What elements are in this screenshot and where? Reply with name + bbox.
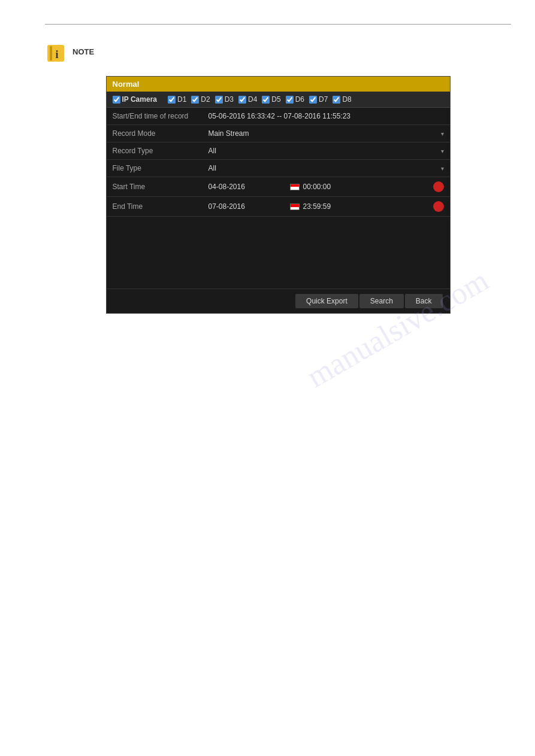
end-time-record-btn[interactable] [433, 201, 444, 212]
start-end-time-value: 05-06-2016 16:33:42 -- 07-08-2016 11:55:… [208, 112, 444, 120]
start-time-time[interactable]: 00:00:00 [303, 183, 433, 191]
svg-text:i: i [55, 48, 58, 60]
dvr-empty-area [107, 217, 450, 289]
end-time-label: End Time [113, 202, 208, 211]
dvr-title-bar: Normal [107, 77, 450, 92]
search-button[interactable]: Search [359, 294, 404, 308]
back-button[interactable]: Back [405, 294, 443, 308]
page-container: manualsive.com i NOTE Normal IP Camera D… [0, 0, 535, 756]
d6-checkbox[interactable] [286, 96, 294, 104]
d5-checkbox-label[interactable]: D5 [262, 95, 280, 104]
record-type-arrow: ▾ [441, 148, 444, 154]
end-time-time[interactable]: 23:59:59 [303, 202, 433, 211]
ip-camera-label: IP Camera [122, 95, 157, 104]
d8-checkbox-label[interactable]: D8 [333, 95, 351, 104]
file-type-select[interactable]: All ▾ [208, 164, 444, 172]
file-type-arrow: ▾ [441, 165, 444, 172]
start-time-record-btn[interactable] [433, 181, 444, 192]
start-end-time-label: Start/End time of record [113, 112, 208, 120]
record-mode-row: Record Mode Main Stream ▾ [107, 125, 450, 142]
start-time-flag [290, 184, 300, 190]
record-type-label: Record Type [113, 147, 208, 155]
svg-rect-1 [50, 46, 52, 60]
d4-checkbox[interactable] [238, 96, 246, 104]
d8-checkbox[interactable] [333, 96, 340, 104]
d1-label: D1 [177, 95, 186, 104]
d7-label: D7 [319, 95, 328, 104]
note-icon: i [45, 42, 67, 64]
d6-label: D6 [295, 95, 304, 104]
start-time-row: Start Time 04-08-2016 00:00:00 [107, 177, 450, 197]
d3-checkbox[interactable] [215, 96, 223, 104]
d6-checkbox-label[interactable]: D6 [286, 95, 304, 104]
record-mode-value: Main Stream [208, 129, 249, 138]
d4-checkbox-label[interactable]: D4 [238, 95, 257, 104]
record-type-row: Record Type All ▾ [107, 142, 450, 160]
note-section: i NOTE [45, 42, 511, 64]
end-time-row: End Time 07-08-2016 23:59:59 [107, 197, 450, 217]
d7-checkbox-label[interactable]: D7 [309, 95, 328, 104]
d5-label: D5 [271, 95, 280, 104]
d1-checkbox-label[interactable]: D1 [168, 95, 186, 104]
ip-camera-checkbox[interactable] [113, 96, 120, 104]
start-time-date[interactable]: 04-08-2016 [208, 183, 286, 191]
start-time-label: Start Time [113, 183, 208, 191]
d2-checkbox[interactable] [191, 96, 199, 104]
dvr-footer: Quick Export Search Back [107, 289, 450, 313]
end-time-date[interactable]: 07-08-2016 [208, 202, 286, 211]
record-type-select[interactable]: All ▾ [208, 147, 444, 155]
d2-checkbox-label[interactable]: D2 [191, 95, 210, 104]
d7-checkbox[interactable] [309, 96, 317, 104]
file-type-label: File Type [113, 164, 208, 172]
d2-label: D2 [201, 95, 210, 104]
top-divider [45, 24, 511, 25]
note-label: NOTE [72, 42, 94, 56]
dvr-panel: Normal IP Camera D1 D2 D3 D4 [106, 76, 451, 314]
file-type-value: All [208, 164, 216, 172]
d5-checkbox[interactable] [262, 96, 270, 104]
d1-checkbox[interactable] [168, 96, 176, 104]
ip-camera-checkbox-label[interactable]: IP Camera [113, 95, 163, 104]
end-time-flag [290, 204, 300, 210]
d3-label: D3 [225, 95, 234, 104]
quick-export-button[interactable]: Quick Export [295, 294, 358, 308]
d8-label: D8 [342, 95, 351, 104]
record-mode-label: Record Mode [113, 129, 208, 138]
start-end-time-row: Start/End time of record 05-06-2016 16:3… [107, 108, 450, 125]
camera-row: IP Camera D1 D2 D3 D4 D5 [107, 92, 450, 108]
record-mode-select[interactable]: Main Stream ▾ [208, 129, 444, 138]
record-mode-arrow: ▾ [441, 130, 444, 137]
record-type-value: All [208, 147, 216, 155]
d3-checkbox-label[interactable]: D3 [215, 95, 234, 104]
d4-label: D4 [248, 95, 257, 104]
file-type-row: File Type All ▾ [107, 160, 450, 177]
